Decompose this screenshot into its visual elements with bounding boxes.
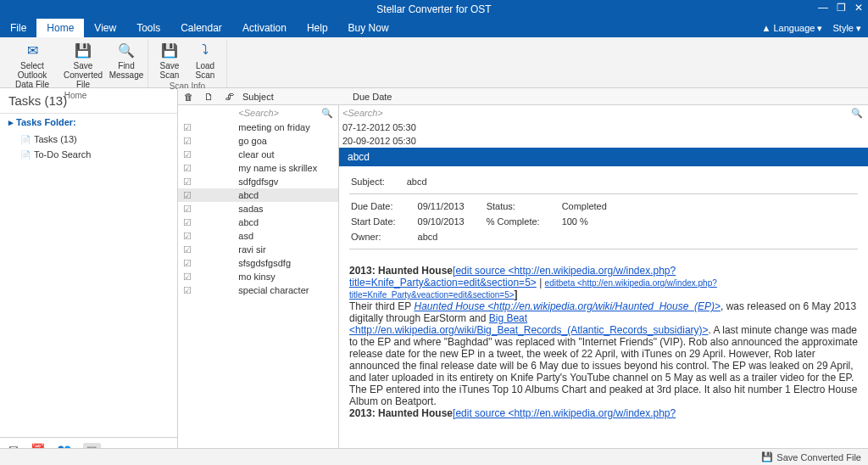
style-dropdown[interactable]: Style ▾ [832,23,861,34]
task-row[interactable]: ☑sadas [178,202,338,216]
status-value: Completed [562,199,627,213]
task-row[interactable]: ☑sdfgdfsgv [178,175,338,188]
save-scan-icon: 💾 [160,41,179,59]
menu-calendar[interactable]: Calendar [170,19,232,37]
row-icon: ☑ [178,231,197,242]
status-label: Status: [487,199,560,213]
row-icon: ☑ [178,163,197,174]
task-row[interactable]: ☑ravi sir [178,243,338,256]
edit-source-link-2[interactable]: [edit source <http://en.wikipedia.org/w/… [453,407,676,419]
save-icon: 💾 [74,41,92,59]
menu-help[interactable]: Help [297,19,338,37]
haunted-house-link[interactable]: Haunted House <http://en.wikipedia.org/w… [414,300,721,312]
row-icon: ☑ [178,272,197,283]
search-icon[interactable]: 🔍 [851,108,863,119]
save-icon: 💾 [761,451,773,462]
row-icon: ☑ [178,244,197,255]
row-subject: clear out [235,149,338,160]
owner-value: abcd [418,230,485,244]
task-row[interactable]: ☑special character [178,283,338,297]
row-subject: sfsgdsfgsdfg [235,258,338,268]
row-icon: ☑ [178,258,197,269]
task-row[interactable]: ☑asd [178,229,338,243]
menu-bar: File Home View Tools Calendar Activation… [0,19,868,37]
tasks-header: Tasks (13) [0,88,177,114]
close-button[interactable]: ✕ [854,2,863,14]
due-date-search-input[interactable]: <Search> [342,108,383,118]
maximize-button[interactable]: ❐ [837,2,846,14]
col-due-date-header[interactable]: Due Date [349,92,868,102]
menu-view[interactable]: View [84,19,126,37]
task-row[interactable]: ☑abcd [178,188,338,202]
row-subject: ravi sir [235,244,338,255]
due-date-label: Due Date: [351,199,416,213]
folder-tasks[interactable]: 📄 Tasks (13) [0,132,177,147]
save-scan-label: Save Scan [153,61,186,80]
menu-tools[interactable]: Tools [126,19,170,37]
save-scan-button[interactable]: 💾 Save Scan [153,39,186,81]
task-row[interactable]: ☑my name is skrillex [178,161,338,175]
find-message-button[interactable]: 🔍 Find Message [110,39,142,91]
save-converted-file-label: Save Converted File [59,61,107,89]
row-subject: asd [235,231,338,241]
col-subject-header[interactable]: Subject [239,92,349,102]
minimize-button[interactable]: — [818,2,828,14]
language-dropdown[interactable]: ▲ Language ▾ [762,23,823,34]
load-scan-label: Load Scan [189,61,221,80]
row-icon: ☑ [178,122,197,133]
task-row[interactable]: ☑go goa [178,134,338,148]
task-row[interactable]: ☑meeting on friday [178,120,338,134]
folder-icon: 📄 [20,150,31,160]
preview-body: 2013: Haunted House[edit source <http://… [339,260,868,424]
col-delete-icon[interactable]: 🗑 [178,92,198,102]
row-subject: go goa [235,136,338,146]
row-subject: meeting on friday [235,122,338,132]
row-icon: ☑ [178,190,197,201]
load-scan-button[interactable]: ⤵ Load Scan [189,39,221,81]
grid-header: 🗑 🗋 🖇 Subject Due Date [178,88,868,105]
search-icon: 🔍 [117,41,136,59]
status-bar: 💾 Save Converted File [0,448,868,465]
tasks-folder-heading: ▸ Tasks Folder: [0,114,177,132]
start-date-value: 09/10/2013 [418,215,485,228]
ribbon-group-scan-info: 💾 Save Scan ⤵ Load Scan Scan Info [148,39,227,87]
row-subject: sdfgdfsgv [235,176,338,187]
row-icon: ☑ [178,285,197,296]
row-icon: ☑ [178,149,197,160]
status-save-converted-file[interactable]: Save Converted File [776,452,861,462]
task-row[interactable]: ☑clear out [178,148,338,161]
task-row[interactable]: ☑sfsgdsfgsdfg [178,256,338,270]
search-icon[interactable]: 🔍 [321,108,333,119]
menu-buy-now[interactable]: Buy Now [338,19,399,37]
due-date-cell: 07-12-2012 05:30 [339,120,868,134]
menu-activation[interactable]: Activation [232,19,297,37]
menu-home[interactable]: Home [36,19,84,37]
menu-file[interactable]: File [0,19,36,37]
main-content-pane: 🗑 🗋 🖇 Subject Due Date <Search> 🔍 ☑meeti… [178,88,868,465]
preview-meta: Subject: abcd Due Date: 09/11/2013 Statu… [339,166,868,260]
select-data-file-label: Select Outlook Data File [8,61,56,89]
owner-label: Owner: [351,230,416,244]
start-date-label: Start Date: [351,215,416,228]
folder-icon: 📄 [20,135,31,144]
row-subject: sadas [235,204,338,214]
preview-title-bar: abcd [339,148,868,166]
select-data-file-button[interactable]: ✉ Select Outlook Data File [8,39,56,91]
task-row[interactable]: ☑abcd [178,216,338,229]
subject-search-input[interactable]: <Search> [238,108,279,118]
load-scan-icon: ⤵ [196,41,214,59]
pct-complete-value: 100 % [562,215,627,228]
subject-label: Subject: [351,175,405,188]
preview-pane: <Search> 🔍 07-12-2012 05:30 20-09-2012 0… [339,105,868,465]
due-date-value: 09/11/2013 [418,199,485,213]
save-converted-file-button[interactable]: 💾 Save Converted File [59,39,107,91]
row-icon: ☑ [178,176,197,188]
ribbon-group-home: ✉ Select Outlook Data File 💾 Save Conver… [3,39,148,87]
col-attach-icon[interactable]: 🖇 [219,92,239,102]
pct-complete-label: % Complete: [487,215,560,228]
col-doc-icon[interactable]: 🗋 [198,92,219,102]
row-icon: ☑ [178,204,197,215]
folder-todo-search[interactable]: 📄 To-Do Search [0,147,177,162]
task-row[interactable]: ☑mo kinsy [178,270,338,283]
row-subject: abcd [235,190,338,200]
